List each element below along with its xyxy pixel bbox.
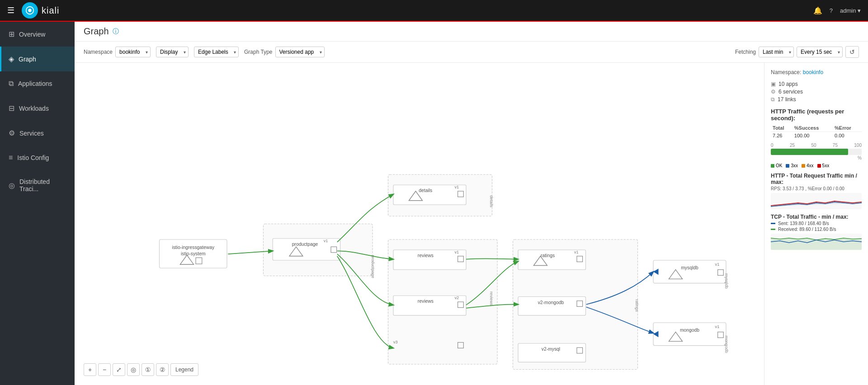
bar-label-75: 75 — [833, 143, 838, 148]
svg-text:mongodb: mongodb — [680, 328, 699, 333]
legend-3xx: 3xx — [786, 163, 798, 168]
help-icon[interactable]: ? — [830, 7, 833, 14]
node-istio-ingress[interactable]: istio-ingressgateway istio-system — [160, 239, 227, 268]
interval-select[interactable]: Every 15 sec — [797, 47, 843, 57]
topnav-actions: 🔔 ? admin ▾ — [813, 6, 861, 15]
services-icon: ⚙ — [9, 129, 15, 137]
col-success: %Success — [793, 124, 833, 132]
admin-menu[interactable]: admin ▾ — [840, 7, 861, 14]
graph-controls: + − ⤢ ◎ ① ② Legend — [84, 363, 198, 376]
svg-text:v2-mysql: v2-mysql — [542, 347, 560, 352]
legend-3xx-label: 3xx — [791, 163, 798, 168]
overview-icon: ⊞ — [9, 30, 14, 38]
edge-labels-group: Edge Labels — [194, 47, 239, 57]
node-group-details[interactable]: details v1 details — [388, 174, 494, 216]
http-bar-container: 0 25 50 75 100 % — [771, 143, 862, 160]
node-mongodb[interactable]: mongodb v1 mongodb — [653, 323, 729, 353]
namespace-label: Namespace — [84, 49, 113, 55]
node-group-ratings[interactable]: ratings v1 v2-mongodb v2-mysql ratings — [513, 239, 639, 370]
svg-text:ratings: ratings — [635, 299, 639, 312]
node-mysqldb[interactable]: mysqldb v1 mysqldb — [653, 260, 729, 289]
graph-type-label: Graph Type — [244, 49, 272, 55]
sidebar-item-overview[interactable]: ⊞ Overview — [0, 22, 75, 47]
namespace-select[interactable]: bookinfo — [115, 47, 151, 57]
svg-point-1 — [28, 9, 31, 12]
edge-layout1-button[interactable]: ① — [142, 363, 154, 376]
namespace-group: Namespace bookinfo — [84, 47, 151, 57]
toolbar: Namespace bookinfo Display Edge Labe — [75, 42, 868, 63]
rp-stat-links: ⧉ 17 links — [771, 96, 862, 103]
svg-text:reviews: reviews — [418, 299, 434, 304]
apps-icon: ▣ — [771, 81, 776, 87]
svg-text:v1: v1 — [715, 262, 720, 267]
graph-canvas[interactable]: istio-ingressgateway istio-system produc… — [75, 63, 764, 385]
legend-5xx-dot — [817, 164, 821, 168]
sidebar-item-tracing[interactable]: ◎ Distributed Traci... — [0, 170, 75, 201]
rp-namespace-value: bookinfo — [803, 69, 823, 75]
topnav: ☰ kiali 🔔 ? admin ▾ — [0, 0, 868, 22]
notifications-icon[interactable]: 🔔 — [813, 6, 822, 15]
svg-text:productpage: productpage — [292, 242, 318, 247]
sidebar-item-services[interactable]: ⚙ Services — [0, 121, 75, 146]
fit-button[interactable]: ⤢ — [113, 363, 125, 376]
sidebar-item-label-istio: Istio Config — [17, 154, 49, 161]
node-group-productpage[interactable]: productpage v1 productpage — [264, 224, 375, 278]
http-total-title: HTTP - Total Request Traffic min / max: — [771, 173, 862, 185]
svg-text:mysqldb: mysqldb — [681, 265, 698, 270]
hamburger-menu[interactable]: ☰ — [7, 5, 14, 15]
rp-apps-value: 10 apps — [778, 81, 798, 87]
display-select[interactable]: Display — [156, 47, 189, 57]
main-content: Graph ⓘ Namespace bookinfo Display — [75, 22, 868, 385]
graph-area: istio-ingressgateway istio-system produc… — [75, 63, 868, 385]
refresh-button[interactable]: ↺ — [845, 46, 859, 58]
graph-svg: istio-ingressgateway istio-system produc… — [75, 63, 764, 385]
bar-label-25: 25 — [790, 143, 795, 148]
zoom-in-button[interactable]: + — [84, 363, 96, 376]
bar-unit: % — [771, 155, 862, 160]
last-min-select[interactable]: Last min — [759, 47, 794, 57]
brand-name: kiali — [42, 5, 59, 16]
tcp-received: Received: 89.60 / 112.60 B/s — [771, 227, 862, 232]
rp-services-value: 6 services — [778, 89, 803, 95]
legend-ok-dot — [771, 164, 774, 168]
tcp-total-section: TCP - Total Traffic - min / max: Sent: 1… — [771, 214, 862, 250]
edge-labels-select[interactable]: Edge Labels — [194, 47, 239, 57]
page-help-icon[interactable]: ⓘ — [113, 28, 119, 36]
legend-button[interactable]: Legend — [170, 363, 198, 376]
display-group: Display — [156, 47, 189, 57]
edge-labels-select-wrapper: Edge Labels — [194, 47, 239, 57]
graph-type-select[interactable]: Versioned app — [275, 47, 325, 57]
bar-track — [771, 149, 862, 155]
svg-text:istio-ingressgateway: istio-ingressgateway — [172, 245, 215, 250]
svg-text:v3: v3 — [393, 340, 398, 344]
col-total: Total — [771, 124, 793, 132]
sidebar-item-istio-config[interactable]: ≡ Istio Config — [0, 146, 75, 170]
applications-icon: ⧉ — [9, 80, 14, 88]
fetching-label: Fetching — [735, 49, 756, 55]
namespace-select-wrapper: bookinfo — [115, 47, 151, 57]
svg-text:reviews: reviews — [418, 253, 434, 258]
tcp-received-line — [771, 229, 775, 230]
graph-icon: ◈ — [9, 55, 14, 63]
rp-links-value: 17 links — [778, 96, 796, 103]
col-error: %Error — [833, 124, 862, 132]
table-row: 7.26 100.00 0.00 — [771, 132, 862, 140]
workloads-icon: ⊟ — [9, 104, 14, 113]
sidebar-item-applications[interactable]: ⧉ Applications — [0, 71, 75, 96]
rp-stat-services: ⚙ 6 services — [771, 89, 862, 95]
edge-layout2-button[interactable]: ② — [156, 363, 169, 376]
svg-text:v1: v1 — [715, 324, 720, 329]
legend-4xx: 4xx — [802, 163, 814, 168]
node-group-reviews[interactable]: reviews v1 reviews v2 v3 reviews — [388, 239, 498, 364]
zoom-out-button[interactable]: − — [98, 363, 111, 376]
graph-type-select-wrapper: Versioned app — [275, 47, 325, 57]
last-min-select-wrapper: Last min — [759, 47, 794, 57]
legend-5xx: 5xx — [817, 163, 830, 168]
node-layout-button[interactable]: ◎ — [127, 363, 140, 376]
services-stat-icon: ⚙ — [771, 89, 776, 95]
bar-legend: OK 3xx 4xx 5xx — [771, 163, 862, 168]
sidebar-item-workloads[interactable]: ⊟ Workloads — [0, 96, 75, 121]
sidebar-item-graph[interactable]: ◈ Graph — [0, 47, 75, 71]
http-total-section: HTTP - Total Request Traffic min / max: … — [771, 173, 862, 209]
page-header: Graph ⓘ — [75, 22, 868, 42]
